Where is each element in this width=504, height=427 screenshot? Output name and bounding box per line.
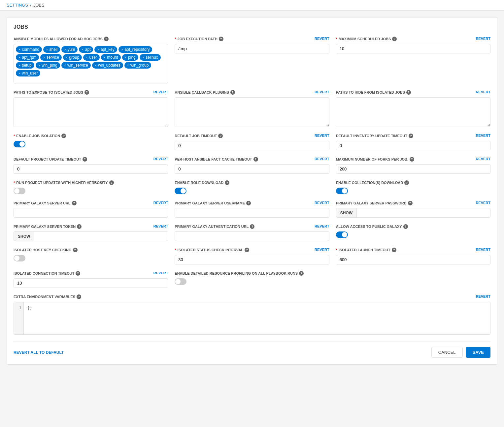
tag-group[interactable]: ×group [63, 54, 82, 61]
isolated-host-key-checking-label: ISOLATED HOST KEY CHECKING ? [14, 248, 78, 252]
primary-galaxy-auth-url-input[interactable] [175, 231, 329, 241]
allow-public-galaxy-help[interactable]: ? [403, 224, 408, 229]
paths-hide-revert[interactable]: REVERT [476, 90, 490, 94]
per-host-fact-cache-timeout-revert[interactable]: REVERT [315, 157, 329, 161]
isolated-status-check-interval-revert[interactable]: REVERT [315, 248, 329, 252]
paths-expose-revert[interactable]: REVERT [153, 90, 168, 94]
default-job-timeout-help[interactable]: ? [218, 134, 223, 138]
run-project-updates-help[interactable]: ? [109, 180, 114, 185]
default-project-update-timeout-revert[interactable]: REVERT [153, 157, 168, 161]
primary-galaxy-password-revert[interactable]: REVERT [476, 201, 490, 205]
ansible-callback-input[interactable] [175, 97, 329, 127]
per-host-fact-cache-timeout-help[interactable]: ? [253, 157, 258, 162]
max-forks-help[interactable]: ? [410, 157, 414, 162]
primary-galaxy-auth-url-revert[interactable]: REVERT [315, 224, 329, 228]
tag-apt[interactable]: ×apt [79, 46, 93, 53]
tag-selinux[interactable]: ×selinux [140, 54, 161, 61]
enable-job-isolation-toggle[interactable] [14, 141, 25, 147]
default-job-timeout-revert[interactable]: REVERT [315, 134, 329, 137]
primary-galaxy-username-help[interactable]: ? [246, 201, 251, 205]
max-forks-revert[interactable]: REVERT [476, 157, 490, 161]
primary-galaxy-password-help[interactable]: ? [408, 201, 413, 205]
enable-resource-profiling-toggle[interactable] [175, 278, 186, 285]
job-execution-path-input[interactable] [175, 44, 329, 53]
primary-galaxy-username-revert[interactable]: REVERT [315, 201, 329, 205]
default-job-timeout-input[interactable] [175, 141, 329, 150]
extra-env-vars-revert[interactable]: REVERT [476, 294, 490, 298]
primary-galaxy-password-show[interactable]: SHOW [336, 208, 357, 217]
primary-galaxy-token-input[interactable] [34, 232, 168, 241]
ansible-modules-tags[interactable]: ×command ×shell ×yum ×apt ×apt_key ×apt_… [14, 44, 168, 83]
cancel-button[interactable]: CANCEL [431, 347, 463, 358]
breadcrumb-settings[interactable]: SETTINGS [7, 3, 28, 8]
extra-env-vars-help[interactable]: ? [77, 294, 81, 299]
tag-win-user[interactable]: ×win_user [16, 70, 40, 76]
paths-hide-help[interactable]: ? [406, 90, 411, 95]
tag-user[interactable]: ×user [83, 54, 100, 61]
tag-service[interactable]: ×service [40, 54, 61, 61]
enable-collections-download-help[interactable]: ? [404, 180, 409, 185]
default-inventory-update-timeout-help[interactable]: ? [409, 134, 413, 138]
run-project-updates-toggle[interactable] [14, 188, 25, 194]
primary-galaxy-username-input[interactable] [175, 208, 329, 218]
default-inventory-update-timeout-revert[interactable]: REVERT [476, 134, 490, 137]
isolated-connection-timeout-revert[interactable]: REVERT [153, 271, 168, 275]
tag-win-updates[interactable]: ×win_updates [92, 62, 123, 69]
enable-job-isolation-help[interactable]: ? [61, 134, 66, 138]
paths-hide-input[interactable] [336, 97, 490, 127]
tag-setup[interactable]: ×setup [16, 62, 34, 69]
primary-galaxy-url-help[interactable]: ? [72, 201, 77, 205]
tag-mount[interactable]: ×mount [101, 54, 121, 61]
primary-galaxy-token-show[interactable]: SHOW [14, 232, 34, 241]
job-execution-path-help[interactable]: ? [219, 37, 223, 41]
max-scheduled-jobs-help[interactable]: ? [392, 37, 397, 41]
isolated-launch-timeout-help[interactable]: ? [392, 248, 396, 252]
max-scheduled-jobs-revert[interactable]: REVERT [476, 37, 490, 41]
paths-expose-input[interactable] [14, 97, 168, 127]
default-inventory-update-timeout-input[interactable] [336, 141, 490, 150]
default-project-update-timeout-input[interactable] [14, 164, 168, 174]
max-forks-input[interactable] [336, 164, 490, 174]
default-project-update-timeout-help[interactable]: ? [83, 157, 87, 162]
primary-galaxy-token-revert[interactable]: REVERT [153, 224, 168, 228]
allow-public-galaxy-toggle[interactable] [336, 231, 348, 238]
tag-win-group[interactable]: ×win_group [124, 62, 151, 69]
tag-apt-repository[interactable]: ×apt_repository [118, 46, 152, 53]
revert-all-button[interactable]: REVERT ALL TO DEFAULT [14, 350, 64, 355]
isolated-connection-timeout-input[interactable] [14, 278, 168, 288]
paths-expose-help[interactable]: ? [84, 90, 89, 95]
isolated-connection-timeout-help[interactable]: ? [76, 271, 80, 276]
primary-galaxy-url-revert[interactable]: REVERT [153, 201, 168, 205]
primary-galaxy-auth-url-help[interactable]: ? [250, 224, 254, 229]
enable-collections-download-toggle[interactable] [336, 188, 348, 194]
max-scheduled-jobs-input[interactable] [336, 44, 490, 53]
save-button[interactable]: SAVE [466, 347, 490, 358]
ansible-callback-revert[interactable]: REVERT [315, 90, 329, 94]
extra-env-vars-editor[interactable]: 1 {} [14, 302, 490, 335]
tag-apt-key[interactable]: ×apt_key [94, 46, 117, 53]
isolated-host-key-checking-toggle[interactable] [14, 255, 25, 261]
enable-role-download-toggle[interactable] [175, 188, 186, 194]
tag-yum[interactable]: ×yum [61, 46, 78, 53]
isolated-launch-timeout-input[interactable] [336, 255, 490, 264]
tag-shell[interactable]: ×shell [43, 46, 60, 53]
job-execution-path-revert[interactable]: REVERT [315, 37, 329, 41]
isolated-launch-timeout-revert[interactable]: REVERT [476, 248, 490, 252]
primary-galaxy-url-input[interactable] [14, 208, 168, 218]
primary-galaxy-token-help[interactable]: ? [77, 224, 82, 229]
isolated-status-check-interval-help[interactable]: ? [245, 248, 249, 252]
tag-win-service[interactable]: ×win_service [61, 62, 91, 69]
tag-win-ping[interactable]: ×win_ping [36, 62, 60, 69]
ansible-modules-help[interactable]: ? [104, 37, 109, 41]
tag-apt-rpm[interactable]: ×apt_rpm [16, 54, 39, 61]
primary-galaxy-auth-url-label: PRIMARY GALAXY AUTHENTICATION URL ? [175, 224, 254, 229]
tag-ping[interactable]: ×ping [122, 54, 138, 61]
isolated-status-check-interval-input[interactable] [175, 255, 329, 264]
per-host-fact-cache-timeout-input[interactable] [175, 164, 329, 174]
isolated-host-key-checking-help[interactable]: ? [73, 248, 78, 252]
enable-role-download-help[interactable]: ? [225, 180, 229, 185]
tag-command[interactable]: ×command [16, 46, 42, 53]
enable-resource-profiling-help[interactable]: ? [299, 271, 304, 276]
primary-galaxy-password-input[interactable] [357, 208, 490, 217]
ansible-callback-help[interactable]: ? [230, 90, 235, 95]
